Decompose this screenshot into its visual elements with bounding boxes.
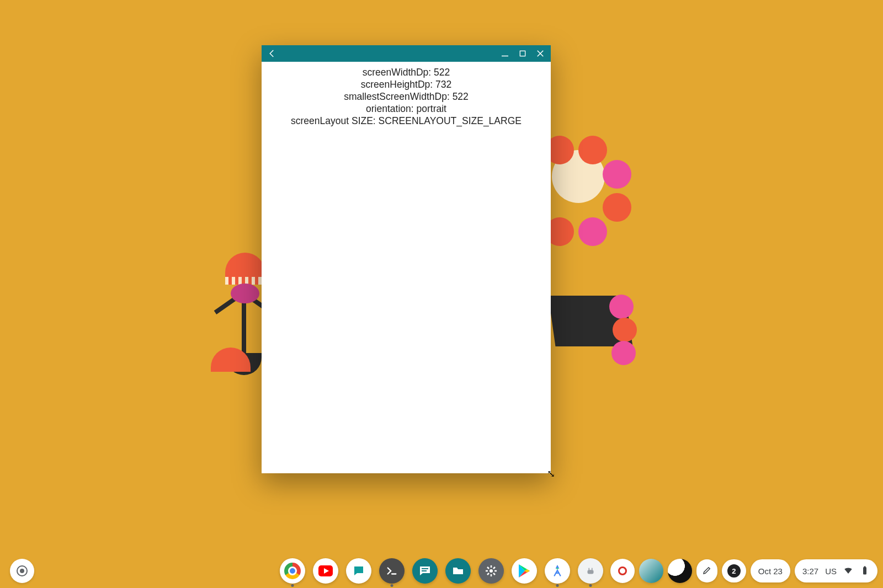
config-line: orientation: portrait [366, 103, 446, 115]
screen-record-button[interactable] [610, 559, 635, 583]
chrome-icon [284, 563, 301, 579]
shelf-pinned-apps [280, 558, 603, 584]
stylus-tools-button[interactable] [696, 559, 717, 582]
back-button[interactable] [267, 49, 277, 58]
android-app-window[interactable]: screenWidthDp: 522 screenHeightDp: 732 s… [262, 45, 551, 473]
status-area-button[interactable]: 3:27 US [795, 559, 877, 582]
date-label: Oct 23 [758, 566, 783, 576]
holding-space-chip-2[interactable] [668, 559, 692, 583]
clock-label: 3:27 [802, 566, 818, 576]
notification-badge: 2 [727, 564, 741, 578]
app-icon-terminal[interactable] [379, 558, 405, 584]
config-line: screenLayout SIZE: SCREENLAYOUT_SIZE_LAR… [291, 115, 522, 127]
holding-space-chip-1[interactable] [639, 559, 663, 583]
battery-icon [860, 565, 870, 577]
close-button[interactable] [535, 49, 545, 58]
ime-label: US [825, 566, 837, 576]
app-icon-android-studio[interactable] [545, 558, 570, 584]
stylus-icon [702, 565, 712, 577]
app-content: screenWidthDp: 522 screenHeightDp: 732 s… [262, 62, 551, 473]
svg-point-7 [592, 568, 593, 569]
launcher-button[interactable] [10, 559, 34, 583]
svg-rect-5 [588, 570, 594, 574]
notification-count-button[interactable]: 2 [722, 559, 746, 582]
svg-rect-9 [864, 566, 866, 567]
config-line: screenHeightDp: 732 [361, 78, 451, 90]
wifi-icon [843, 565, 853, 577]
app-icon-youtube[interactable] [313, 558, 338, 584]
calendar-button[interactable]: Oct 23 [751, 559, 790, 582]
app-icon-messages[interactable] [412, 558, 438, 584]
window-titlebar[interactable] [262, 45, 551, 62]
config-line: screenWidthDp: 522 [363, 66, 450, 78]
svg-point-2 [490, 569, 493, 573]
app-icon-generic[interactable] [578, 558, 603, 584]
app-icon-files[interactable] [445, 558, 471, 584]
minimize-button[interactable] [500, 49, 510, 58]
app-icon-chat[interactable] [346, 558, 371, 584]
svg-point-4 [556, 568, 558, 569]
config-line: smallestScreenWidthDp: 522 [344, 90, 469, 103]
app-icon-settings[interactable] [478, 558, 504, 584]
shelf: 2 Oct 23 3:27 US [0, 554, 883, 588]
svg-rect-8 [863, 567, 866, 575]
svg-point-6 [588, 568, 589, 569]
maximize-button[interactable] [518, 49, 528, 58]
svg-rect-0 [520, 51, 525, 56]
app-icon-play-store[interactable] [512, 558, 537, 584]
app-icon-chrome[interactable] [280, 558, 305, 584]
status-tray: 2 Oct 23 3:27 US [610, 559, 877, 583]
